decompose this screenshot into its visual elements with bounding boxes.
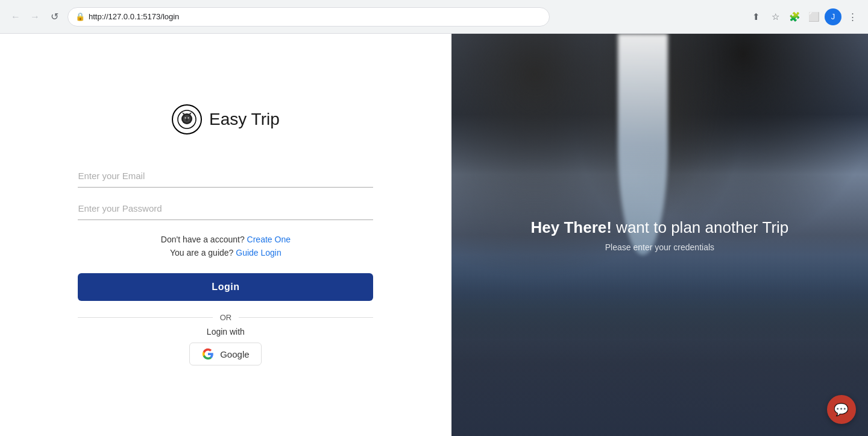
menu-button[interactable]: ⋮ xyxy=(844,8,861,25)
page-content: Easy Trip Don't have a account? Create O… xyxy=(0,34,868,436)
no-account-text: Don't have a account? Create One xyxy=(78,235,373,244)
share-button[interactable]: ⬆ xyxy=(747,8,764,25)
brand-name: Easy Trip xyxy=(209,110,280,129)
divider: OR xyxy=(78,313,373,322)
hero-heading-bold: Hey There! xyxy=(530,218,611,236)
browser-chrome: ← → ↺ 🔒 http://127.0.0.1:5173/login ⬆ ☆ … xyxy=(0,0,868,34)
google-label: Google xyxy=(220,349,249,359)
account-links: Don't have a account? Create One You are… xyxy=(78,235,373,261)
lock-icon: 🔒 xyxy=(75,12,85,21)
brand-logo xyxy=(172,104,202,134)
hero-heading: Hey There! want to plan another Trip xyxy=(493,218,826,238)
svg-point-2 xyxy=(183,115,191,123)
svg-point-4 xyxy=(188,118,189,119)
login-with-label: Login with xyxy=(78,327,373,336)
hero-heading-rest: want to plan another Trip xyxy=(612,218,788,236)
url-text: http://127.0.0.1:5173/login xyxy=(89,12,542,21)
guide-question-text: You are a guide? Guide Login xyxy=(78,248,373,257)
email-input[interactable] xyxy=(78,165,373,188)
reload-button[interactable]: ↺ xyxy=(46,8,63,25)
account-avatar[interactable]: J xyxy=(825,8,841,25)
password-input-group xyxy=(78,197,373,220)
forward-button[interactable]: → xyxy=(27,8,43,25)
browser-actions: ⬆ ☆ 🧩 ⬜ J ⋮ xyxy=(747,8,861,25)
login-form: Don't have a account? Create One You are… xyxy=(78,165,373,365)
svg-point-5 xyxy=(186,119,187,120)
nav-buttons: ← → ↺ xyxy=(7,8,63,25)
back-button[interactable]: ← xyxy=(7,8,24,25)
guide-login-link[interactable]: Guide Login xyxy=(236,248,281,257)
svg-point-3 xyxy=(185,118,186,119)
email-input-group xyxy=(78,165,373,188)
divider-line-right xyxy=(239,317,373,318)
create-one-link[interactable]: Create One xyxy=(247,235,291,244)
split-button[interactable]: ⬜ xyxy=(805,8,822,25)
divider-line-left xyxy=(78,317,212,318)
bookmark-button[interactable]: ☆ xyxy=(767,8,784,25)
address-bar[interactable]: 🔒 http://127.0.0.1:5173/login xyxy=(68,7,550,27)
chat-icon: 💬 xyxy=(834,402,849,417)
login-button[interactable]: Login xyxy=(78,273,373,301)
hero-subtext: Please enter your credentials xyxy=(493,242,826,252)
password-input[interactable] xyxy=(78,197,373,220)
hero-overlay: Hey There! want to plan another Trip Ple… xyxy=(493,218,826,253)
brand: Easy Trip xyxy=(172,104,280,134)
extensions-button[interactable]: 🧩 xyxy=(786,8,803,25)
login-panel: Easy Trip Don't have a account? Create O… xyxy=(0,34,451,436)
google-icon xyxy=(202,348,214,360)
legs-area xyxy=(451,275,868,436)
image-panel: Hey There! want to plan another Trip Ple… xyxy=(451,34,868,436)
chat-button[interactable]: 💬 xyxy=(827,395,856,424)
google-login-button[interactable]: Google xyxy=(189,343,262,365)
divider-label: OR xyxy=(220,313,232,322)
lion-icon xyxy=(177,110,197,129)
